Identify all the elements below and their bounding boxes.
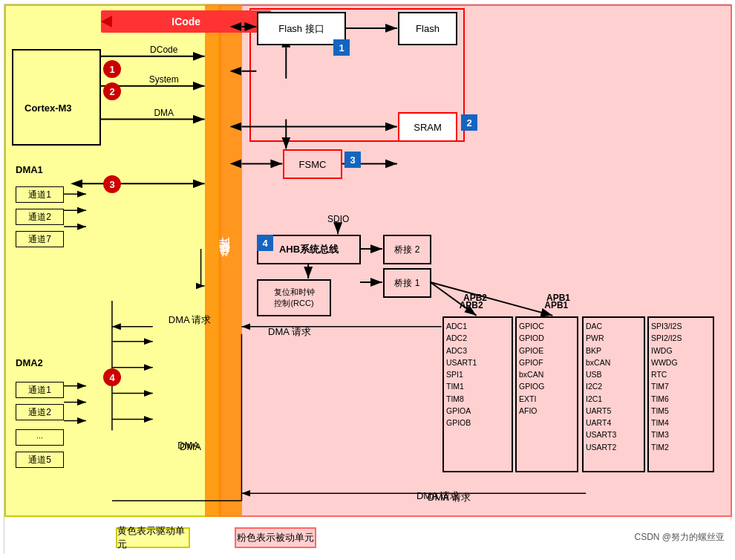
apb1-right-box: SPI3/I2SSPI2/I2SIWDGWWDGRTCTIM7TIM6TIM5T… [647, 316, 714, 472]
apb2-items: ADC1ADC2ADC3USART1SPI1TIM1TIM8GPIOAGPIOB [446, 320, 509, 429]
badge-2-blue: 2 [461, 114, 477, 131]
dma2-ch5b: 通道5 [16, 452, 64, 468]
dma1-ch1: 通道1 [16, 186, 64, 203]
dma1-ch2: 通道2 [16, 209, 64, 225]
legend-pink: 粉色表示被动单元 [235, 527, 316, 548]
legend-pink-box: 粉色表示被动单元 [235, 527, 316, 548]
apb1-label: APB1 [546, 293, 570, 303]
dma2-ch1: 通道1 [16, 382, 64, 398]
rcc-label: 复位和时钟控制(RCC) [274, 287, 315, 310]
main-container: 总线矩阵 ICode DCode System [4, 4, 731, 553]
dma2-ch2: 通道2 [16, 404, 64, 420]
dma-req-top: DMA 请求 [268, 325, 311, 339]
dma2-box: DMA2 [12, 354, 86, 372]
apb2-left-box: ADC1ADC2ADC3USART1SPI1TIM1TIM8GPIOAGPIOB [442, 316, 513, 472]
apb1-left-items: DACPWRBKPbxCANUSBI2C2I2C1UART5UART4USART… [586, 320, 641, 453]
badge-1-blue: 1 [333, 39, 350, 56]
dma1-ch7: 通道7 [16, 231, 64, 247]
flash-box: Flash [398, 12, 457, 45]
apb2-right-box: GPIOCGPIODGPIOEGPIOFbxCANGPIOGEXTIAFIO [515, 316, 578, 472]
dma1-box: DMA1 [12, 160, 86, 179]
bus-label: 总线矩阵 [217, 255, 230, 267]
apb2-right-items: GPIOCGPIODGPIOEGPIOFbxCANGPIOGEXTIAFIO [519, 320, 575, 417]
legend-yellow-box: 黄色表示驱动单元 [116, 527, 190, 548]
badge-3-dma1: 3 [103, 175, 121, 193]
apb1-right-items: SPI3/I2SSPI2/I2SIWDGWWDGRTCTIM7TIM6TIM5T… [651, 320, 710, 453]
sram-box: SRAM [398, 112, 457, 142]
fsmc-box: FSMC [283, 149, 342, 179]
badge-4-dma2: 4 [103, 368, 121, 386]
legend-yellow: 黄色表示驱动单元 [116, 527, 190, 548]
bridge2-box: 桥接 2 [383, 235, 431, 264]
sdio-label: SDIO [327, 214, 349, 224]
badge-4-blue: 4 [257, 235, 273, 251]
rcc-box: 复位和时钟控制(RCC) [257, 279, 331, 316]
csdn-label: CSDN @努力的螺丝亚 [634, 531, 725, 544]
dma-vertical-label: DMA [180, 441, 201, 452]
badge-1-cortex: 1 [103, 60, 121, 78]
apb2-label: APB2 [463, 293, 487, 303]
dma2-ch5: ··· [16, 429, 64, 446]
dma-req-bottom: DMA 请求 [428, 491, 471, 504]
badge-2-cortex: 2 [103, 82, 121, 100]
dma2-channels: 通道1 通道2 ··· 通道5 [16, 382, 64, 468]
flash-interface-box: Flash 接口 [257, 12, 346, 45]
cortex-label: Cortex-M3 [24, 102, 72, 114]
bus-bar: 总线矩阵 [205, 4, 242, 517]
badge-3-blue: 3 [344, 152, 361, 168]
legend-area: 黄色表示驱动单元 粉色表示被动单元 CSDN @努力的螺丝亚 [4, 521, 732, 554]
dma1-channels: 通道1 通道2 通道7 [16, 186, 64, 247]
bridge1-box: 桥接 1 [383, 268, 431, 298]
apb1-left-box: DACPWRBKPbxCANUSBI2C2I2C1UART5UART4USART… [582, 316, 645, 472]
cortex-box: Cortex-M3 [12, 49, 101, 146]
